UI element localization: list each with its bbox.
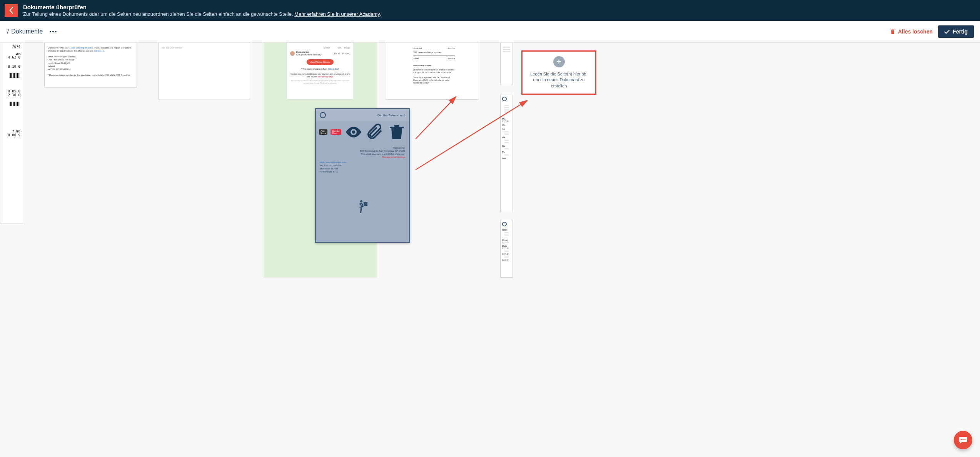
receipt-currency: EUR: [3, 52, 20, 55]
sel-link[interactable]: Web: www.shorelabs.com: [320, 161, 405, 164]
carry-icon: [357, 200, 368, 214]
col-header: Creator: [324, 47, 330, 49]
google-play-badge: Google Play: [331, 129, 341, 135]
side-label: With: [502, 229, 511, 231]
done-label: Fertig: [953, 28, 968, 35]
receipt-document[interactable]: 7674 EUR 4.62 0 0.19 0 0.85 0 2.30 0 7.9…: [0, 43, 23, 224]
blank-document[interactable]: Tax supplier number: [158, 43, 250, 99]
svg-line-4: [416, 97, 456, 139]
receipt-line: 7.96: [3, 129, 20, 133]
side-date: 12/30/: [502, 259, 511, 261]
inv-label: Total: [413, 57, 419, 60]
dropzone-text: Legen Sie die Seite(n) hier ab, um ein n…: [527, 71, 591, 89]
doc-text: Not sure why you received this email? Co…: [290, 80, 350, 84]
side-label: Su: [502, 145, 511, 147]
svg-rect-2: [364, 202, 367, 206]
delete-all-label: Alles löschen: [898, 28, 933, 35]
receipt-line: 4.62 0: [3, 55, 20, 59]
selected-page[interactable]: Get the Patreon app App Store Google Pla…: [315, 108, 410, 243]
svg-point-1: [360, 200, 362, 203]
back-button[interactable]: [5, 4, 18, 17]
done-button[interactable]: Fertig: [938, 25, 974, 38]
trash-icon[interactable]: [387, 123, 406, 141]
side-label: Re: [502, 136, 511, 139]
doc-text: Hatch Street Dublin 2: [48, 62, 134, 65]
inv-label: VAT reverse charge applies: [413, 51, 441, 54]
header-title: Dokumente überprüfen: [23, 4, 381, 10]
doc-link[interactable]: What is this?: [328, 68, 339, 70]
header-subtitle-text: Zur Teilung eines Dokuments oder um die …: [23, 11, 294, 17]
avatar: [290, 51, 295, 56]
sel-text: Patreon Inc.: [320, 147, 405, 149]
more-menu[interactable]: [48, 29, 58, 34]
toolbar: 7 Dokumente Alles löschen Fertig: [0, 21, 980, 43]
amount: $26.50: [334, 52, 340, 55]
sel-text: Tel: +31 722 796 096: [320, 164, 405, 167]
side-label: Ac: [502, 128, 511, 130]
amount: $5.00 0 0: [342, 52, 350, 55]
document-canvas: 7674 EUR 4.62 0 0.19 0 0.85 0 2.30 0 7.9…: [0, 43, 980, 278]
app-header: Dokumente überprüfen Zur Teilung eines D…: [0, 0, 980, 21]
receipt-line: 2.30 0: [3, 93, 20, 97]
select-radio[interactable]: [502, 97, 507, 101]
inv-value: €89.00: [448, 57, 455, 60]
doc-text: Questions? Visit our Guide to billing at…: [48, 47, 131, 52]
sel-text: Netherlands B - E: [320, 171, 405, 173]
side-date: 12/31/...: [502, 120, 511, 122]
eye-icon[interactable]: [344, 123, 363, 141]
paperclip-icon[interactable]: [366, 123, 384, 141]
col-header: VAT: [337, 47, 341, 49]
select-radio[interactable]: [502, 222, 507, 226]
patreon-app-title: Get the Patreon app: [377, 114, 405, 117]
page-toolbar: Get the Patreon app: [316, 109, 409, 121]
sel-text: Shorelabs EUR IT: [320, 167, 405, 170]
chevron-left-icon: [9, 7, 13, 14]
new-document-dropzone[interactable]: + Legen Sie die Seite(n) hier ab, um ein…: [521, 50, 596, 95]
view-history-button[interactable]: View Pledge History: [307, 59, 334, 65]
doc-text: VAT ID: IE3336483DH: [48, 68, 134, 71]
svg-point-0: [352, 131, 355, 134]
check-icon: [944, 30, 950, 34]
doc-text: Yoast BV is registered with the Chamber …: [413, 76, 455, 84]
header-subtitle: Zur Teilung eines Dokuments oder um die …: [23, 11, 381, 17]
barcode: [10, 102, 20, 106]
side-date: 12/13/: [502, 247, 511, 249]
sel-link[interactable]: Manage email settings: [320, 156, 405, 158]
creator-line: $295 per month for February*: [296, 54, 322, 56]
doc-text: * This creator charges up front.: [301, 68, 328, 70]
side-document[interactable]: Mo 12/31/... Ch Ac Re Su To Am: [500, 95, 513, 212]
inv-value: €89.00: [448, 47, 455, 50]
doc-text: * Reverse charge applies to this purchas…: [48, 74, 134, 77]
invoice-document[interactable]: Subtotal€89.00 VAT reverse charge applie…: [386, 43, 478, 100]
select-radio[interactable]: [320, 112, 326, 118]
delete-all-button[interactable]: Alles löschen: [890, 28, 933, 35]
slack-document[interactable]: Questions? Visit our Guide to billing at…: [44, 43, 137, 87]
doc-link[interactable]: membership page: [318, 75, 333, 78]
academy-link[interactable]: Mehr erfahren Sie in unserer Academy: [294, 11, 380, 17]
doc-text: Slack Technologies Limited: [48, 55, 134, 58]
annotation-arrow: [412, 93, 462, 143]
trash-icon: [890, 28, 896, 35]
side-document[interactable]: [500, 43, 513, 85]
receipt-line: 0.19 0: [3, 65, 20, 69]
side-label: To: [502, 151, 511, 153]
doc-text: Ireland: [48, 65, 134, 68]
side-document[interactable]: With Mont 12/31/... Date 12/13/ 12/14/ 1…: [500, 220, 513, 278]
patreon-document[interactable]: Creator VAT Pledge Benja and Jen $295 pe…: [287, 43, 353, 99]
side-label: Ch: [502, 124, 511, 126]
side-date: 12/31/...: [502, 241, 511, 244]
app-store-badge: App Store: [319, 129, 327, 135]
doc-text: Tax supplier number: [162, 47, 182, 49]
header-text: Dokumente überprüfen Zur Teilung eines D…: [23, 4, 381, 17]
inv-section: Additional notes: [413, 64, 455, 67]
plus-icon: +: [553, 56, 565, 67]
side-date: 12/14/: [502, 253, 511, 255]
receipt-line: 0.85 0: [3, 89, 20, 93]
sel-text: This email was sent to erik@shorelabs.co…: [320, 153, 405, 155]
annotation-arrow: [412, 97, 535, 174]
receipt-code: 7674: [3, 45, 20, 49]
barcode: [10, 73, 20, 78]
col-header: Pledge: [344, 47, 350, 49]
doc-text: One Park Place, 4th Floor: [48, 58, 134, 61]
side-label: Am: [502, 157, 511, 159]
